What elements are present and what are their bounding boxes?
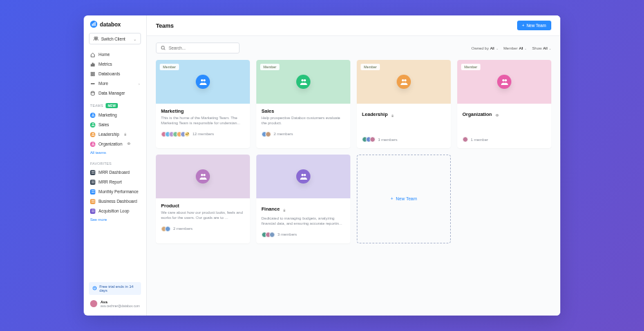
sidebar-team-marketing[interactable]: Marketing: [84, 110, 146, 120]
sidebar-team-organization[interactable]: Organization: [84, 139, 146, 149]
chevron-down-icon: ⌄: [133, 37, 137, 41]
svg-rect-30: [91, 200, 93, 202]
avatar: [462, 137, 468, 142]
toolbar: Owned by All ⌄Member All ⌄Show All ⌄: [147, 36, 560, 57]
favorite-business-dashboard[interactable]: Business Dashboard: [84, 196, 146, 206]
favorite-monthly-performance[interactable]: Monthly Performance: [84, 187, 146, 196]
svg-rect-34: [91, 210, 93, 211]
card-title: Organization: [462, 111, 492, 117]
svg-rect-22: [91, 181, 93, 182]
new-badge: New: [106, 103, 118, 108]
team-card-finance[interactable]: FinanceDedicated to managing budgets, an…: [256, 155, 350, 243]
svg-rect-20: [91, 173, 93, 174]
team-card-leadership[interactable]: MemberLeadership3 members: [357, 60, 451, 148]
svg-point-41: [497, 115, 498, 116]
topbar: Teams + New Team: [147, 15, 560, 36]
lock-icon: [390, 108, 394, 120]
card-description: [362, 122, 446, 131]
svg-point-4: [96, 37, 98, 39]
card-description: Help prospective Databox customers evalu…: [261, 116, 345, 126]
lock-icon: [122, 132, 127, 137]
svg-point-17: [128, 143, 129, 144]
team-card-organization[interactable]: MemberOrganization1 member: [457, 60, 551, 148]
brand-name: databox: [100, 21, 121, 28]
svg-rect-10: [91, 74, 92, 75]
app-shell: databox Switch Client ⌄ HomeMetricsDatab…: [84, 15, 560, 316]
nav-item-databoards[interactable]: Databoards: [86, 69, 144, 79]
team-icon: [90, 122, 95, 128]
svg-rect-5: [91, 64, 91, 66]
members-count: 1 member: [471, 138, 488, 142]
team-circle-icon: [497, 75, 511, 89]
new-team-button[interactable]: + New Team: [517, 21, 551, 30]
users-icon: [93, 36, 99, 41]
favorite-mrr-report[interactable]: MRR Report: [84, 177, 146, 187]
team-card-marketing[interactable]: MemberMarketingThis is the home of the M…: [156, 60, 250, 148]
svg-rect-11: [93, 74, 95, 75]
svg-point-15: [91, 91, 94, 93]
favorite-acquisition-loop[interactable]: Acquisition Loop: [84, 206, 146, 216]
nav-item-more[interactable]: More›: [86, 79, 144, 88]
search-box[interactable]: [156, 43, 240, 53]
brand[interactable]: databox: [84, 21, 146, 33]
page-title: Teams: [156, 23, 517, 29]
members-count: 2 members: [274, 132, 293, 136]
search-input[interactable]: [169, 46, 234, 50]
databoard-icon: [90, 170, 95, 175]
nav-item-metrics[interactable]: Metrics: [86, 59, 144, 69]
chevron-down-icon: ⌄: [524, 46, 527, 50]
user-menu[interactable]: Ava ava.cechner@databox.com: [84, 298, 146, 310]
nav-icon: [90, 91, 95, 96]
svg-rect-0: [92, 24, 93, 26]
new-team-placeholder[interactable]: +New Team: [357, 155, 451, 243]
filter-owned-by[interactable]: Owned by All ⌄: [471, 46, 498, 50]
avatar: [370, 137, 375, 142]
svg-rect-21: [93, 173, 95, 174]
team-card-sales[interactable]: MemberSalesHelp prospective Databox cust…: [256, 60, 350, 148]
switch-client-dropdown[interactable]: Switch Client ⌄: [89, 33, 141, 44]
member-avatars: [161, 226, 171, 232]
filter-show[interactable]: Show All ⌄: [532, 46, 551, 50]
svg-rect-16: [124, 135, 126, 136]
svg-rect-24: [91, 182, 93, 184]
eye-icon: [126, 142, 131, 146]
sidebar-team-sales[interactable]: Sales: [84, 120, 146, 129]
svg-rect-40: [392, 116, 393, 117]
svg-rect-19: [93, 171, 95, 173]
all-teams-link[interactable]: All teams: [84, 149, 146, 156]
team-icon: [90, 132, 95, 137]
favorite-mrr-dashboard[interactable]: MRR Dashboard: [84, 167, 146, 177]
team-circle-icon: [296, 75, 310, 89]
svg-rect-27: [93, 191, 95, 192]
card-description: Dedicated to managing budgets, analyzing…: [261, 216, 345, 227]
member-badge: Member: [260, 64, 279, 70]
team-circle-icon: [397, 75, 411, 89]
svg-rect-8: [91, 72, 92, 73]
card-title: Product: [161, 203, 179, 209]
members-count: 2 members: [173, 227, 193, 231]
svg-rect-35: [93, 210, 95, 211]
svg-rect-37: [93, 211, 95, 213]
member-badge: Member: [160, 64, 179, 70]
chevron-down-icon: ⌄: [496, 46, 498, 50]
nav-item-home[interactable]: Home: [86, 50, 144, 59]
svg-rect-32: [91, 202, 93, 203]
nav-item-data-manager[interactable]: Data Manager: [86, 88, 144, 98]
see-more-link[interactable]: See more: [84, 216, 146, 223]
svg-point-13: [92, 83, 93, 84]
team-card-product[interactable]: ProductWe care about how our product loo…: [156, 155, 250, 243]
team-circle-icon: [196, 169, 210, 184]
eye-icon: [494, 108, 499, 120]
team-circle-icon: [296, 169, 310, 184]
nav-icon: [90, 71, 95, 77]
nav-icon: [90, 52, 95, 57]
brand-icon: [90, 21, 97, 28]
svg-rect-18: [91, 171, 93, 173]
svg-point-12: [91, 83, 91, 84]
teams-section-header: TEAMS New: [84, 98, 146, 110]
member-avatars: [261, 232, 275, 238]
member-avatars: [362, 137, 375, 142]
filter-member[interactable]: Member All ⌄: [504, 46, 527, 50]
sidebar-team-leadership[interactable]: Leadership: [84, 129, 146, 139]
trial-bar[interactable]: Free trial ends in 14 days: [89, 282, 141, 295]
